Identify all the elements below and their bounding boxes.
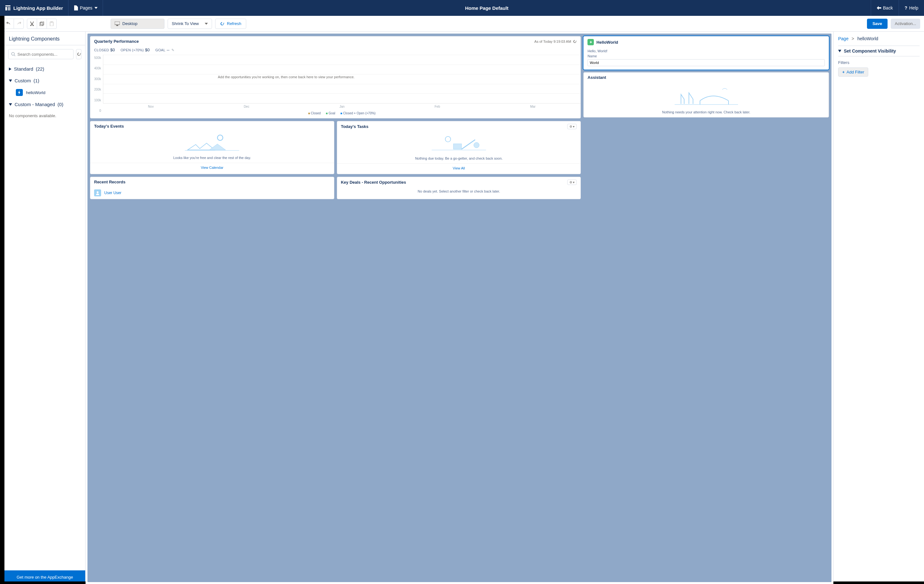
view-all-link[interactable]: View All [337, 163, 581, 174]
events-illustration [127, 134, 297, 153]
card-msg: No deals yet. Select another filter or c… [337, 188, 581, 196]
paste-icon [50, 21, 54, 26]
svg-line-10 [14, 55, 15, 56]
card-tasks[interactable]: Today's Tasks ⚙ ▾ Nothing due today. Be [337, 121, 581, 174]
tasks-settings-button[interactable]: ⚙ ▾ [567, 124, 577, 129]
svg-rect-8 [116, 25, 118, 26]
page-title: Home Page Default [103, 5, 871, 11]
chevron-down-icon [205, 23, 208, 25]
card-title: Today's Events [94, 124, 124, 128]
device-select[interactable]: Desktop [111, 19, 165, 29]
plus-icon: + [842, 70, 845, 74]
card-recent-records[interactable]: Recent Records User User [90, 177, 334, 199]
main: Lightning Components Standard (22) Custo… [0, 32, 924, 584]
card-title: Quarterly Performance [94, 39, 139, 44]
custom-count: (1) [34, 78, 39, 83]
chart-y-axis: 500k 400k 300k 200k 100k 0 [90, 55, 103, 118]
refresh-icon[interactable] [573, 39, 577, 43]
standard-section[interactable]: Standard (22) [5, 63, 85, 75]
view-calendar-link[interactable]: View Calendar [90, 163, 334, 173]
list-item[interactable]: User User [90, 187, 334, 199]
svg-point-11 [217, 135, 223, 140]
page-icon [74, 5, 78, 10]
back-label: Back [883, 5, 893, 10]
canvas[interactable]: Quarterly Performance As of Today 9:19:0… [87, 34, 832, 582]
empty-message: No components available. [5, 110, 85, 121]
component-helloworld[interactable]: helloWorld [5, 86, 85, 99]
visibility-title: Set Component Visibility [844, 48, 896, 54]
open-value: $0 [145, 48, 150, 52]
svg-rect-2 [8, 7, 10, 10]
x-tick: Jan [339, 105, 345, 108]
card-msg: Nothing due today. Be a go-getter, and c… [337, 155, 581, 163]
svg-point-16 [474, 143, 479, 148]
refresh-button[interactable]: Refresh [215, 19, 246, 29]
breadcrumb-root[interactable]: Page [838, 36, 848, 41]
app-brand: Lightning App Builder [0, 0, 68, 16]
card-title: HelloWorld [596, 40, 618, 44]
undo-button[interactable] [4, 19, 14, 29]
search-refresh-button[interactable] [76, 49, 81, 59]
toolbar: Desktop Shrink To View Refresh Save Acti… [0, 16, 924, 32]
copy-button[interactable] [37, 19, 47, 29]
pages-menu[interactable]: Pages [68, 0, 103, 16]
chart: 500k 400k 300k 200k 100k 0 [90, 55, 581, 118]
save-button[interactable]: Save [867, 19, 887, 29]
goal-label: GOAL [155, 48, 165, 52]
svg-rect-6 [51, 21, 53, 23]
card-events[interactable]: Today's Events Looks like you're free an… [90, 121, 334, 174]
legend-item: Goal [326, 112, 335, 115]
card-title: Key Deals - Recent Opportunities [341, 180, 406, 185]
keydeals-settings-button[interactable]: ⚙ ▾ [567, 179, 577, 185]
builder-icon [5, 5, 11, 11]
closed-value: $0 [110, 48, 115, 52]
asof-text: As of Today 9:19:03 AM [534, 39, 571, 43]
standard-label: Standard [14, 66, 33, 72]
user-link[interactable]: User User [104, 191, 121, 195]
x-tick: Mar [530, 105, 536, 108]
desktop-icon [115, 21, 120, 26]
chevron-down-icon [94, 7, 97, 9]
paste-button[interactable] [46, 19, 57, 29]
window-edge [0, 16, 5, 584]
chevron-right-icon [9, 67, 12, 71]
breadcrumb: Page > helloWorld [838, 36, 919, 41]
y-tick: 400k [94, 66, 101, 70]
properties-panel: Page > helloWorld Set Component Visibili… [833, 32, 924, 584]
cut-button[interactable] [27, 19, 37, 29]
card-key-deals[interactable]: Key Deals - Recent Opportunities ⚙ ▾ No … [337, 177, 581, 199]
name-field[interactable] [587, 59, 825, 66]
zoom-select[interactable]: Shrink To View [168, 19, 212, 29]
card-assistant[interactable]: Assistant Nothing needs your attention r… [583, 72, 829, 117]
back-button[interactable]: Back [871, 0, 899, 16]
closed-label: CLOSED [94, 48, 109, 52]
chart-empty-msg: Add the opportunities you're working on,… [218, 75, 355, 79]
visibility-section[interactable]: Set Component Visibility [838, 46, 919, 56]
breadcrumb-sep: > [852, 36, 854, 41]
card-helloworld[interactable]: ✦ HelloWorld Hello, World! Name [583, 36, 829, 70]
redo-button[interactable] [14, 19, 24, 29]
card-quarterly-performance[interactable]: Quarterly Performance As of Today 9:19:0… [90, 36, 581, 118]
canvas-wrap: Quarterly Performance As of Today 9:19:0… [86, 32, 833, 584]
helloworld-icon: ✦ [587, 39, 594, 45]
device-label: Desktop [122, 21, 137, 26]
add-filter-button[interactable]: + Add Filter [838, 67, 868, 77]
custom-managed-section[interactable]: Custom - Managed (0) [5, 99, 85, 110]
zoom-label: Shrink To View [172, 21, 199, 26]
activation-button[interactable]: Activation... [891, 19, 920, 29]
breadcrumb-leaf: helloWorld [858, 36, 878, 41]
custom-managed-count: (0) [58, 102, 63, 107]
chart-x-axis: Nov Dec Jan Feb Mar [103, 104, 581, 110]
card-title: Today's Tasks [341, 124, 368, 129]
custom-label: Custom [15, 78, 31, 83]
custom-section[interactable]: Custom (1) [5, 75, 85, 86]
top-bar: Lightning App Builder Pages Home Page De… [0, 0, 924, 16]
y-tick: 200k [94, 88, 101, 91]
search-icon [11, 52, 15, 56]
edit-icon[interactable]: ✎ [172, 48, 174, 52]
refresh-label: Refresh [227, 21, 241, 26]
help-button[interactable]: ? Help [899, 0, 924, 16]
components-panel: Lightning Components Standard (22) Custo… [5, 32, 86, 584]
svg-rect-7 [115, 21, 120, 25]
search-input[interactable] [17, 52, 71, 57]
